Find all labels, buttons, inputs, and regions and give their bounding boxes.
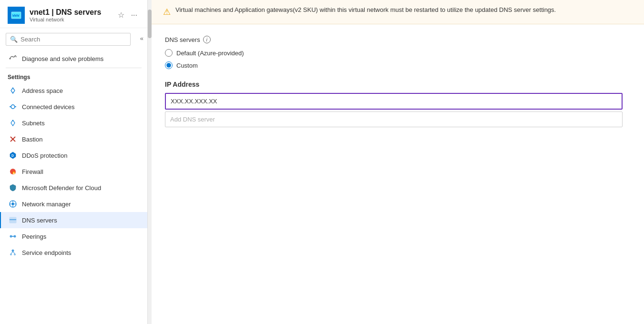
svg-point-24 xyxy=(14,235,16,238)
sidebar-item-diagnose-label: Diagnose and solve problems xyxy=(22,55,103,62)
sidebar-item-ms-defender-label: Microsoft Defender for Cloud xyxy=(22,184,101,192)
svg-point-27 xyxy=(10,253,12,255)
ip-address-input[interactable] xyxy=(165,93,623,110)
main-content: ⚠ Virtual machines and Application gatew… xyxy=(152,0,644,324)
svg-point-15 xyxy=(12,203,14,205)
firewall-icon: 🔥 xyxy=(9,167,17,176)
sidebar-item-connected-devices[interactable]: Connected devices xyxy=(0,99,147,115)
sidebar-item-address-space[interactable]: Address space xyxy=(0,82,147,99)
sidebar-header: www vnet1 | DNS servers Virtual network … xyxy=(0,0,147,28)
search-input[interactable] xyxy=(20,36,126,43)
ms-defender-icon xyxy=(9,183,17,192)
sidebar-nav: Diagnose and solve problems Settings Add… xyxy=(0,49,147,324)
ddos-icon: D xyxy=(9,151,17,160)
dns-info-icon[interactable]: i xyxy=(203,36,211,43)
sidebar-item-bastion[interactable]: Bastion xyxy=(0,131,147,147)
sidebar-item-network-manager[interactable]: Network manager xyxy=(0,196,147,212)
svg-point-26 xyxy=(12,250,14,252)
add-dns-input[interactable] xyxy=(165,111,623,127)
warning-message: Virtual machines and Application gateway… xyxy=(175,6,556,14)
sidebar-item-network-manager-label: Network manager xyxy=(22,201,71,208)
sidebar-scrollbar[interactable] xyxy=(148,0,152,324)
sidebar-item-peerings-label: Peerings xyxy=(22,233,46,240)
svg-text:🔥: 🔥 xyxy=(11,170,16,174)
settings-section-label: Settings xyxy=(0,69,147,82)
svg-point-28 xyxy=(14,253,16,255)
header-actions: ☆ ··· xyxy=(115,10,140,20)
ip-input-row xyxy=(165,93,631,110)
dns-radio-group: Default (Azure-provided) Custom xyxy=(165,49,631,69)
ip-address-label: IP Address xyxy=(165,81,631,88)
diagnose-icon xyxy=(9,54,17,63)
dns-custom-radio[interactable] xyxy=(165,61,173,69)
sidebar-title-block: vnet1 | DNS servers Virtual network xyxy=(30,8,101,22)
search-icon: 🔍 xyxy=(10,36,18,43)
sidebar-item-dns-servers-label: DNS servers xyxy=(22,217,57,224)
sidebar-item-firewall-label: Firewall xyxy=(22,168,43,175)
bastion-icon xyxy=(9,135,17,143)
sidebar-item-ddos[interactable]: D DDoS protection xyxy=(0,147,147,163)
svg-text:D: D xyxy=(11,154,14,157)
svg-line-29 xyxy=(11,252,13,254)
svg-rect-20 xyxy=(10,217,16,223)
resource-name: vnet1 | DNS servers xyxy=(30,8,101,17)
favorite-button[interactable]: ☆ xyxy=(115,10,127,20)
resource-type: Virtual network xyxy=(30,17,101,22)
sidebar-item-address-space-label: Address space xyxy=(22,87,63,94)
scrollbar-thumb[interactable] xyxy=(148,10,152,38)
warning-icon: ⚠ xyxy=(163,6,171,18)
connected-devices-icon xyxy=(9,102,17,111)
more-options-button[interactable]: ··· xyxy=(129,10,140,20)
ip-address-section: IP Address xyxy=(165,81,631,127)
sidebar-item-dns-servers[interactable]: DNS servers xyxy=(0,212,147,228)
sidebar-item-subnets[interactable]: Subnets xyxy=(0,115,147,131)
dns-section: DNS servers i Default (Azure-provided) C… xyxy=(152,24,644,141)
dns-section-title: DNS servers xyxy=(165,36,200,43)
svg-marker-8 xyxy=(11,120,15,126)
sidebar-item-bastion-label: Bastion xyxy=(22,136,42,143)
add-dns-row xyxy=(165,111,631,127)
sidebar-item-service-endpoints-label: Service endpoints xyxy=(22,249,71,256)
sidebar-item-peerings[interactable]: Peerings xyxy=(0,228,147,244)
sidebar-item-ms-defender[interactable]: Microsoft Defender for Cloud xyxy=(0,180,147,196)
sidebar-item-subnets-label: Subnets xyxy=(22,120,45,127)
sidebar: www vnet1 | DNS servers Virtual network … xyxy=(0,0,148,324)
service-endpoints-icon xyxy=(9,248,17,257)
sidebar-item-firewall[interactable]: 🔥 Firewall xyxy=(0,163,147,180)
resource-icon: www xyxy=(8,7,25,24)
dns-default-radio[interactable] xyxy=(165,49,173,57)
dns-option-custom[interactable]: Custom xyxy=(165,61,631,69)
subnets-icon xyxy=(9,119,17,127)
dns-default-label: Default (Azure-provided) xyxy=(176,50,244,57)
dns-servers-icon xyxy=(9,216,17,224)
address-space-icon xyxy=(9,86,17,95)
warning-banner: ⚠ Virtual machines and Application gatew… xyxy=(152,0,644,24)
sidebar-item-service-endpoints[interactable]: Service endpoints xyxy=(0,244,147,261)
dns-label: DNS servers i xyxy=(165,36,631,43)
sidebar-item-connected-devices-label: Connected devices xyxy=(22,103,75,111)
collapse-button[interactable]: « xyxy=(136,35,147,41)
dns-custom-label: Custom xyxy=(176,62,198,69)
svg-point-5 xyxy=(11,105,15,109)
svg-point-2 xyxy=(10,58,11,60)
search-bar: 🔍 xyxy=(6,33,131,46)
svg-point-23 xyxy=(10,235,12,238)
sidebar-item-diagnose[interactable]: Diagnose and solve problems xyxy=(0,51,147,67)
svg-line-30 xyxy=(13,252,15,254)
network-manager-icon xyxy=(9,200,17,208)
peerings-icon xyxy=(9,232,17,241)
svg-text:www: www xyxy=(12,13,20,18)
sidebar-item-ddos-label: DDoS protection xyxy=(22,152,67,159)
dns-option-default[interactable]: Default (Azure-provided) xyxy=(165,49,631,57)
nav-divider-settings xyxy=(6,68,142,68)
